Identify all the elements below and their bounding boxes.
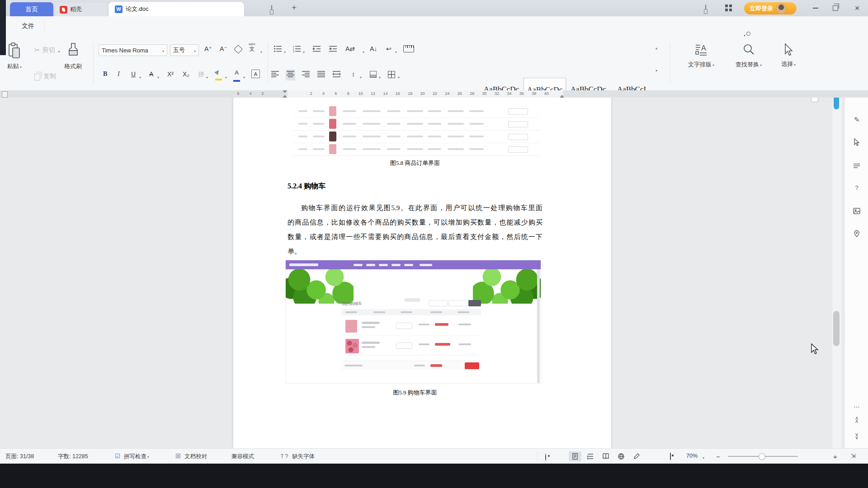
view-outline-mode[interactable]	[584, 451, 597, 461]
highlight-button[interactable]	[215, 70, 222, 82]
style-gallery-down[interactable]: ▾	[656, 69, 657, 73]
select-button[interactable]: 选择	[774, 43, 803, 68]
strikethrough-button[interactable]: A	[149, 70, 153, 78]
cut-button[interactable]: 剪切	[34, 46, 60, 54]
document-page[interactable]: 图5.8 商品订单界面 5.2.4 购物车 购物车界面的运行效果见图5.9。在此…	[233, 98, 611, 448]
spellcheck-checkbox[interactable]: ☑	[115, 453, 120, 460]
line-spacing-dropdown[interactable]	[359, 72, 362, 80]
proofing-label[interactable]: 文档校对	[184, 453, 207, 460]
text-direction-dropdown[interactable]	[362, 47, 364, 55]
font-name-select[interactable]: Times New Roma	[99, 44, 167, 56]
numbered-list-button[interactable]: 123	[293, 45, 301, 54]
multiscreen-icon[interactable]	[705, 5, 706, 13]
word-count[interactable]: 字数: 12285	[58, 453, 88, 460]
paragraph-mark-button[interactable]: ↩	[386, 45, 392, 52]
image-tool-icon[interactable]	[845, 207, 868, 216]
view-book-mode[interactable]	[599, 451, 612, 461]
clear-format-icon[interactable]	[234, 45, 243, 54]
minimize-button[interactable]	[806, 0, 826, 16]
fit-page-icon[interactable]	[670, 453, 671, 460]
apps-grid-icon[interactable]	[725, 5, 732, 11]
bullet-list-button[interactable]	[274, 45, 282, 54]
body-paragraph[interactable]: 购物车界面的运行效果见图5.9。在此界面，用户可以统一处理购物车里面 的商品信息…	[288, 201, 542, 258]
font-size-select[interactable]: 五号	[170, 44, 199, 56]
tab-docer[interactable]: 稻壳	[55, 3, 108, 16]
numbered-dropdown[interactable]	[302, 47, 305, 55]
spellcheck-label[interactable]: 拼写检查	[124, 453, 149, 460]
select-tool-icon[interactable]	[845, 138, 868, 148]
close-button[interactable]: ×	[846, 0, 868, 16]
new-tab-button[interactable]: +	[292, 3, 297, 12]
tab-selector-box[interactable]	[2, 91, 8, 98]
help-icon[interactable]: ?	[845, 184, 868, 191]
shading-dropdown[interactable]	[378, 72, 381, 80]
pinyin-guide-dropdown[interactable]	[205, 72, 208, 80]
previous-page-button[interactable]: ∧∧	[845, 417, 868, 422]
restore-button[interactable]	[826, 0, 845, 16]
view-ink-mode[interactable]	[630, 451, 643, 461]
page-indicator[interactable]: 页面: 31/38	[5, 453, 34, 460]
font-color-button[interactable]: A	[233, 70, 240, 84]
bold-button[interactable]: B	[103, 70, 107, 78]
format-painter-button[interactable]: 格式刷	[64, 42, 82, 70]
distribute-button[interactable]	[333, 70, 340, 80]
font-color-dropdown[interactable]	[242, 72, 245, 80]
align-right-button[interactable]	[302, 70, 310, 80]
first-line-indent-marker[interactable]	[283, 90, 287, 93]
pinyin-tool-button[interactable]: wén 文	[249, 42, 255, 52]
tab-ruler-icon[interactable]	[403, 45, 414, 52]
pinyin-guide-button[interactable]: 拼	[198, 70, 204, 79]
copy-button[interactable]: 复制	[34, 72, 56, 80]
ruler[interactable]: 642246810121416182022242628303234363840	[0, 90, 868, 98]
shrink-font-button[interactable]: A⁻	[220, 45, 227, 52]
zoom-level[interactable]: 70%	[686, 453, 698, 459]
fullscreen-icon[interactable]	[851, 452, 856, 459]
justify-button[interactable]	[317, 70, 325, 80]
read-mode-eye-icon[interactable]	[545, 454, 546, 461]
more-tools-icon[interactable]: ⋯	[845, 403, 868, 410]
vertical-scrollbar-thumb[interactable]	[833, 311, 840, 346]
proofing-checkbox[interactable]: ☒	[175, 453, 181, 460]
align-left-button[interactable]	[271, 70, 279, 80]
borders-dropdown[interactable]	[397, 72, 400, 80]
text-direction-button[interactable]: A⇄	[345, 45, 355, 52]
char-border-button[interactable]: A	[251, 70, 260, 78]
split-view-icon[interactable]	[845, 162, 868, 171]
zoom-slider-knob[interactable]	[759, 453, 765, 460]
compat-mode-label[interactable]: 兼容模式	[231, 453, 254, 460]
zoom-out-button[interactable]: −	[716, 453, 720, 460]
decrease-indent-button[interactable]	[313, 45, 321, 54]
italic-button[interactable]: I	[118, 70, 120, 78]
location-pin-icon[interactable]	[845, 230, 868, 239]
line-spacing-button[interactable]: ↕	[352, 70, 355, 78]
borders-icon[interactable]	[388, 71, 395, 78]
view-page-mode[interactable]	[569, 451, 581, 461]
missing-font-label[interactable]: 缺失字体	[292, 453, 315, 460]
file-menu[interactable]: 文件	[22, 22, 34, 30]
vertical-scrollbar-track[interactable]	[832, 98, 841, 448]
bullet-dropdown[interactable]	[283, 47, 286, 55]
align-center-button[interactable]	[286, 70, 295, 80]
tab-home[interactable]: 首页	[10, 2, 53, 16]
text-layout-button[interactable]: A 文字排版	[681, 43, 722, 69]
login-button[interactable]: 立即登录	[744, 2, 797, 14]
view-web-mode[interactable]	[615, 451, 627, 461]
zoom-in-button[interactable]: +	[833, 453, 837, 460]
zoom-dropdown[interactable]	[702, 454, 704, 460]
tab-document[interactable]: W 论文.doc	[108, 2, 244, 16]
missing-font-icon[interactable]: Ｔ?	[279, 453, 288, 460]
paragraph-mark-dropdown[interactable]	[394, 47, 397, 55]
strikethrough-dropdown[interactable]	[156, 72, 159, 80]
pinyin-dropdown[interactable]	[259, 47, 262, 55]
next-page-button[interactable]: ∨∨	[845, 433, 868, 439]
superscript-button[interactable]: X²	[167, 70, 174, 78]
increase-indent-button[interactable]	[329, 45, 337, 54]
underline-button[interactable]: U	[131, 70, 136, 78]
grow-font-button[interactable]: A⁺	[204, 45, 212, 52]
device-sync-icon[interactable]	[271, 5, 272, 14]
underline-dropdown[interactable]	[138, 72, 141, 80]
sort-button[interactable]: A↓	[370, 45, 377, 52]
highlight-dropdown[interactable]	[224, 72, 227, 80]
annotate-pen-icon[interactable]: ✎	[845, 116, 868, 124]
style-gallery-up[interactable]: ▴	[656, 46, 657, 50]
